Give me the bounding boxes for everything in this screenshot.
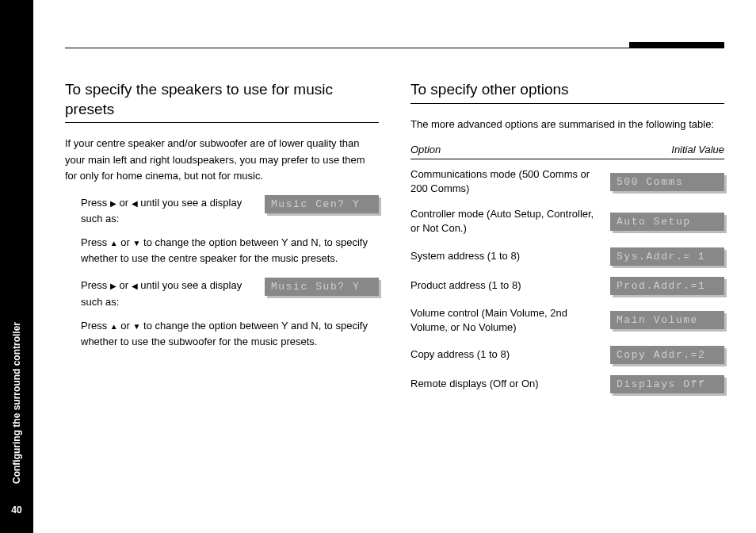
step-text: Press: [81, 197, 110, 209]
option-row: Communications mode (500 Comms or 200 Co…: [410, 167, 724, 196]
left-column: To specify the speakers to use for music…: [65, 80, 379, 405]
down-arrow-icon: ▼: [133, 320, 141, 333]
step-1: Press ▶ or ◀ until you see a display suc…: [81, 195, 379, 227]
lcd-display: Prod.Addr.=1: [610, 277, 724, 295]
option-label: System address (1 to 8): [410, 249, 598, 263]
option-label: Copy address (1 to 8): [410, 347, 598, 362]
step-text: Press: [81, 279, 110, 291]
options-table-body: Communications mode (500 Comms or 200 Co…: [410, 167, 724, 393]
step-text: Press: [81, 236, 110, 248]
lcd-display: Main Volume: [610, 311, 724, 329]
option-row: Controller mode (Auto Setup, Controller,…: [410, 207, 724, 236]
heading-other-options: To specify other options: [410, 80, 724, 100]
section-label: Configuring the surround controller: [11, 322, 22, 484]
option-row: Product address (1 to 8)Prod.Addr.=1: [410, 277, 724, 295]
top-rule: [65, 48, 724, 48]
step-text: or: [116, 197, 132, 209]
option-row: Volume control (Main Volume, 2nd Volume,…: [410, 306, 724, 335]
intro-paragraph: If your centre speaker and/or subwoofer …: [65, 136, 379, 183]
sidebar: Configuring the surround controller 40: [0, 0, 33, 533]
lcd-display: Copy Addr.=2: [610, 346, 724, 364]
step-2: Press ▲ or ▼ to change the option betwee…: [81, 235, 379, 266]
heading-rule: [65, 122, 379, 123]
top-accent-bar: [629, 42, 724, 48]
right-arrow-icon: ▶: [110, 197, 116, 210]
step-text: or: [118, 236, 133, 248]
step-4: Press ▲ or ▼ to change the option betwee…: [81, 318, 379, 350]
options-table-header: Option Initial Value: [410, 144, 724, 159]
right-column: To specify other options The more advanc…: [410, 80, 724, 405]
intro-paragraph: The more advanced options are summarised…: [410, 117, 724, 132]
option-label: Controller mode (Auto Setup, Controller,…: [410, 207, 598, 236]
header-initial-value: Initial Value: [671, 144, 724, 155]
option-label: Remote displays (Off or On): [410, 377, 598, 391]
option-label: Communications mode (500 Comms or 200 Co…: [410, 167, 598, 196]
lcd-display: 500 Comms: [610, 173, 724, 191]
lcd-display: Music Cen? Y: [265, 195, 379, 213]
option-row: Copy address (1 to 8)Copy Addr.=2: [410, 346, 724, 364]
option-label: Product address (1 to 8): [410, 278, 598, 293]
left-arrow-icon: ◀: [132, 197, 138, 210]
step-text: or: [118, 320, 133, 332]
down-arrow-icon: ▼: [133, 237, 141, 250]
option-row: Remote displays (Off or On)Displays Off: [410, 375, 724, 393]
lcd-display: Auto Setup: [610, 213, 724, 231]
up-arrow-icon: ▲: [110, 320, 118, 333]
page-content: To specify the speakers to use for music…: [33, 0, 756, 533]
up-arrow-icon: ▲: [110, 237, 118, 250]
step-3: Press ▶ or ◀ until you see a display suc…: [81, 278, 379, 309]
lcd-display: Displays Off: [610, 375, 724, 393]
header-option: Option: [410, 144, 441, 155]
heading-rule: [410, 103, 724, 104]
lcd-display: Music Sub? Y: [265, 278, 379, 296]
right-arrow-icon: ▶: [110, 280, 116, 293]
option-row: System address (1 to 8)Sys.Addr.= 1: [410, 247, 724, 266]
step-text: or: [116, 279, 132, 291]
heading-music-presets: To specify the speakers to use for music…: [65, 80, 379, 119]
lcd-display: Sys.Addr.= 1: [610, 247, 724, 266]
step-text: Press: [81, 320, 110, 332]
page-number: 40: [11, 504, 21, 516]
option-label: Volume control (Main Volume, 2nd Volume,…: [410, 306, 598, 335]
left-arrow-icon: ◀: [132, 280, 138, 293]
